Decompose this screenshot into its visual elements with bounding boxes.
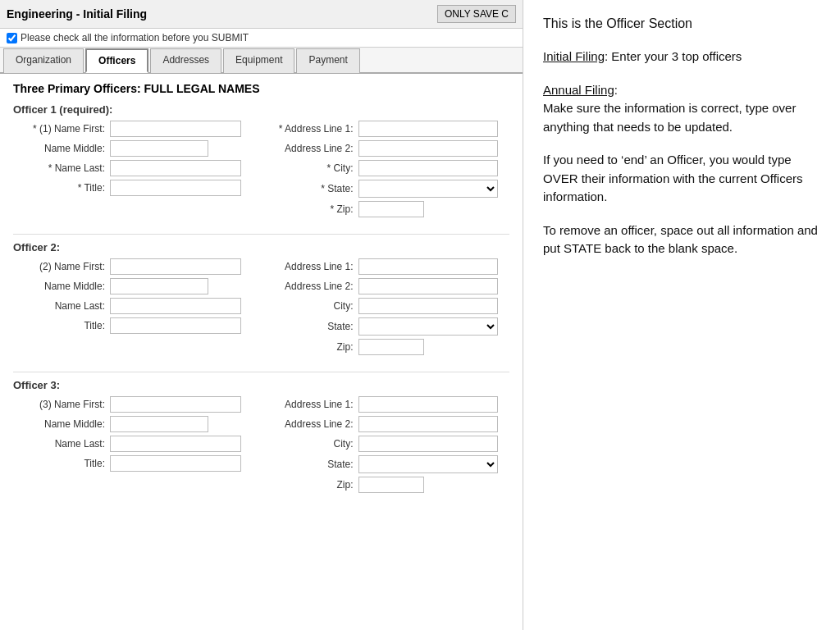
officer2-address1-row: Address Line 1:	[268, 258, 504, 275]
officer-3-section: Officer 3: (3) Name First: Name Middle: …	[13, 379, 509, 496]
officer-2-label: Officer 2:	[13, 241, 509, 253]
officer3-address2-label: Address Line 2:	[268, 418, 358, 430]
form-content: Three Primary Officers: FULL LEGAL NAMES…	[0, 74, 523, 630]
officer1-city-input[interactable]	[358, 160, 498, 176]
officer3-zip-row: Zip:	[268, 477, 504, 493]
officer1-address2-label: Address Line 2:	[268, 143, 358, 154]
officer2-address1-input[interactable]	[358, 258, 498, 275]
officer1-city-row: * City:	[268, 160, 504, 176]
officer3-title-input[interactable]	[110, 455, 241, 472]
officer2-state-row: State:	[268, 317, 504, 336]
officer3-city-label: City:	[268, 438, 358, 450]
officer1-name-middle-input[interactable]	[110, 140, 208, 157]
tab-payment[interactable]: Payment	[296, 48, 359, 73]
officer1-name-last-row: * Name Last:	[20, 160, 255, 176]
officer3-address1-label: Address Line 1:	[268, 399, 358, 410]
tabs: Organization Officers Addresses Equipmen…	[0, 48, 523, 74]
officer2-zip-label: Zip:	[268, 341, 358, 353]
officer2-name-middle-label: Name Middle:	[20, 281, 110, 292]
officer1-state-label: * State:	[268, 183, 358, 194]
officer1-name-first-label: * (1) Name First:	[20, 123, 110, 135]
officer2-name-first-input[interactable]	[110, 258, 241, 275]
officer3-zip-label: Zip:	[268, 479, 358, 491]
remove-officer-text: To remove an officer, space out all info…	[543, 223, 818, 256]
officer3-name-middle-input[interactable]	[110, 416, 208, 432]
app-title: Engineering - Initial Filing	[7, 7, 147, 21]
officer2-address2-input[interactable]	[358, 278, 498, 294]
officer3-name-last-input[interactable]	[110, 436, 241, 452]
officer2-name-middle-row: Name Middle:	[20, 278, 255, 294]
officer2-address1-label: Address Line 1:	[268, 261, 358, 272]
officer1-name-last-label: * Name Last:	[20, 162, 110, 174]
officer1-address2-row: Address Line 2:	[268, 140, 504, 157]
officer2-name-last-input[interactable]	[110, 298, 241, 314]
tab-organization[interactable]: Organization	[3, 48, 84, 73]
officer-3-label: Officer 3:	[13, 379, 509, 391]
officer1-name-middle-label: Name Middle:	[20, 143, 110, 154]
officer2-title-input[interactable]	[110, 317, 241, 334]
app-header: Engineering - Initial Filing ONLY SAVE C	[0, 0, 523, 29]
officer3-name-first-row: (3) Name First:	[20, 396, 255, 413]
info-block-annual: Annual Filing:Make sure the information …	[543, 81, 820, 137]
officer3-city-row: City:	[268, 436, 504, 452]
officer2-title-row: Title:	[20, 317, 255, 334]
officer3-name-last-label: Name Last:	[20, 438, 110, 450]
officer1-title-row: * Title:	[20, 180, 255, 196]
officer1-name-first-row: * (1) Name First:	[20, 121, 255, 137]
officer1-title-label: * Title:	[20, 182, 110, 194]
only-save-button[interactable]: ONLY SAVE C	[437, 5, 516, 23]
officer2-name-first-label: (2) Name First:	[20, 261, 110, 272]
officer3-state-select[interactable]	[358, 455, 498, 473]
officer1-name-first-input[interactable]	[110, 121, 241, 137]
officer3-address1-row: Address Line 1:	[268, 396, 504, 413]
alert-message: Please check all the information before …	[21, 32, 249, 43]
officer1-name-middle-row: Name Middle:	[20, 140, 255, 157]
officer3-name-middle-row: Name Middle:	[20, 416, 255, 432]
officer3-name-first-input[interactable]	[110, 396, 241, 413]
officer1-address2-input[interactable]	[358, 140, 498, 157]
officer3-name-first-label: (3) Name First:	[20, 399, 110, 410]
info-block-remove-officer: To remove an officer, space out all info…	[543, 221, 820, 258]
officer1-zip-row: * Zip:	[268, 201, 504, 217]
officer2-city-row: City:	[268, 298, 504, 314]
tab-equipment[interactable]: Equipment	[223, 48, 294, 73]
officer3-state-row: State:	[268, 455, 504, 473]
officer2-city-input[interactable]	[358, 298, 498, 314]
officer2-zip-input[interactable]	[358, 339, 424, 355]
officer2-name-last-row: Name Last:	[20, 298, 255, 314]
officer3-city-input[interactable]	[358, 436, 498, 452]
officer3-title-row: Title:	[20, 455, 255, 472]
section-title: Three Primary Officers: FULL LEGAL NAMES	[13, 82, 509, 95]
officer1-city-label: * City:	[268, 162, 358, 174]
officer2-state-select[interactable]	[358, 317, 498, 336]
officer2-address2-row: Address Line 2:	[268, 278, 504, 294]
officer1-name-last-input[interactable]	[110, 160, 241, 176]
sidebar-heading: This is the Officer Section	[543, 16, 820, 31]
initial-filing-label: Initial Filing	[543, 49, 605, 63]
officer2-city-label: City:	[268, 300, 358, 312]
officer3-zip-input[interactable]	[358, 477, 424, 493]
info-block-initial: Initial Filing: Enter your 3 top officer…	[543, 48, 820, 66]
officer2-name-first-row: (2) Name First:	[20, 258, 255, 275]
tab-officers[interactable]: Officers	[85, 48, 148, 73]
alert-checkbox[interactable]	[7, 33, 17, 43]
officer1-address1-label: * Address Line 1:	[268, 123, 358, 135]
officer1-address1-row: * Address Line 1:	[268, 121, 504, 137]
officer3-address1-input[interactable]	[358, 396, 498, 413]
officer2-title-label: Title:	[20, 320, 110, 331]
officer2-zip-row: Zip:	[268, 339, 504, 355]
officer3-address2-input[interactable]	[358, 416, 498, 432]
tab-addresses[interactable]: Addresses	[150, 48, 221, 73]
officer1-title-input[interactable]	[110, 180, 241, 196]
annual-filing-label: Annual Filing	[543, 83, 614, 97]
officer3-name-last-row: Name Last:	[20, 436, 255, 452]
officer1-zip-label: * Zip:	[268, 203, 358, 215]
officer1-zip-input[interactable]	[358, 201, 424, 217]
alert-bar: Please check all the information before …	[0, 29, 523, 48]
officer1-state-select[interactable]	[358, 180, 498, 198]
officer2-name-middle-input[interactable]	[110, 278, 208, 294]
officer3-address2-row: Address Line 2:	[268, 416, 504, 432]
officer1-address1-input[interactable]	[358, 121, 498, 137]
officer2-name-last-label: Name Last:	[20, 300, 110, 312]
officer-2-section: Officer 2: (2) Name First: Name Middle: …	[13, 241, 509, 358]
